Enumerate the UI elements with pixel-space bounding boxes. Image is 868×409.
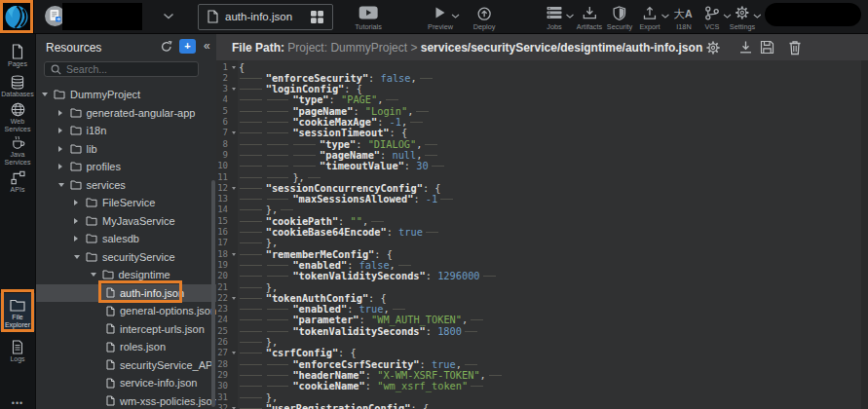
resources-panel: Resources + « Search... DummyProjectgene… <box>35 34 216 409</box>
sidebar-item-pages[interactable]: Pages <box>0 40 35 71</box>
fold-icon[interactable] <box>232 253 236 256</box>
file-icon <box>208 10 218 23</box>
tree-item-i18n[interactable]: i18n <box>36 122 216 140</box>
tree-item-securityService_API.json[interactable]: securityService_API.json <box>36 356 216 375</box>
i18n-icon: 大A <box>674 5 695 20</box>
project-chevron-down-icon[interactable] <box>163 13 174 19</box>
toolbar-i18n[interactable]: 大AI18N <box>674 5 695 31</box>
tree-item-wm-xss-policies.json[interactable]: wm-xss-policies.json <box>36 392 216 409</box>
tree-caret-icon[interactable] <box>58 128 70 133</box>
toolbar-jobs[interactable]: Jobs <box>547 5 563 31</box>
editor-save-icon[interactable] <box>760 40 774 55</box>
databases-icon <box>0 74 35 90</box>
tree-caret-icon[interactable] <box>74 218 86 224</box>
folder-icon <box>70 108 82 118</box>
tree-caret-icon[interactable] <box>74 255 86 259</box>
wavemaker-studio: auth-info.json TutorialsPreviewDeployJob… <box>0 0 868 409</box>
tree-caret-icon[interactable] <box>58 183 70 187</box>
svg-text:A: A <box>685 8 693 19</box>
code-editor[interactable]: 1{2"enforceSecurity": false,3"loginConfi… <box>216 60 868 409</box>
file-icon <box>106 306 115 316</box>
fold-icon[interactable] <box>232 88 236 91</box>
file-path-breadcrumb: File Path: Project: DummyProject > servi… <box>232 41 702 55</box>
tree-item-generated-angular-app[interactable]: generated-angular-app <box>36 104 216 123</box>
folder-icon <box>86 216 97 226</box>
editor-area: File Path: Project: DummyProject > servi… <box>216 34 868 409</box>
editor-download-icon[interactable] <box>738 40 753 55</box>
code-line-32: 32"userRegistrationConfig": { <box>216 403 868 409</box>
file-icon <box>106 323 115 334</box>
fold-icon[interactable] <box>232 187 236 190</box>
top-bar: auth-info.json TutorialsPreviewDeployJob… <box>0 0 868 34</box>
code-line-7: 7"sessionTimeout": { <box>216 128 868 138</box>
tree-item-DummyProject[interactable]: DummyProject <box>36 86 216 104</box>
toolbar-tutorials[interactable]: Tutorials <box>355 5 382 31</box>
tree-caret-icon[interactable] <box>74 236 86 242</box>
fold-icon[interactable] <box>232 352 236 354</box>
toolbar-artifacts[interactable]: Artifacts <box>577 5 602 31</box>
resources-header: Resources + « <box>36 34 216 59</box>
toolbar-settings[interactable]: Settings <box>730 5 755 31</box>
refresh-icon[interactable] <box>161 41 172 53</box>
open-file-tab[interactable]: auth-info.json <box>198 4 333 30</box>
toolbar-security[interactable]: Security <box>607 5 632 31</box>
java-services-icon <box>0 134 35 150</box>
tree-item-service-info.json[interactable]: service-info.json <box>36 374 216 392</box>
toolbar-preview[interactable]: Preview <box>428 5 453 31</box>
toolbar-export[interactable]: Export <box>639 5 660 31</box>
editor-settings-icon[interactable] <box>705 40 721 56</box>
fold-icon[interactable] <box>232 66 236 69</box>
folder-icon <box>86 234 97 243</box>
settings-chevron-icon <box>753 14 762 19</box>
folder-icon <box>54 90 65 99</box>
artifacts-icon <box>577 5 602 20</box>
svg-text:大: 大 <box>674 7 686 20</box>
editor-delete-icon[interactable] <box>788 40 802 56</box>
file-explorer-highlight <box>1 289 34 332</box>
sidebar-more-button[interactable]: ••• <box>0 398 35 408</box>
tree-caret-icon[interactable] <box>58 110 70 116</box>
editor-scrollbar[interactable] <box>861 60 868 409</box>
code-line-9: 9"pageName": null, <box>216 150 868 161</box>
tree-item-general-options.json[interactable]: general-options.json <box>36 302 216 320</box>
sidebar-item-logs[interactable]: Logs <box>0 335 35 366</box>
jobs-icon <box>547 5 563 20</box>
tree-item-services[interactable]: services <box>36 176 216 195</box>
tree-scrollbar[interactable] <box>211 180 215 407</box>
editor-header: File Path: Project: DummyProject > servi… <box>216 34 868 60</box>
tree-item-profiles[interactable]: profiles <box>36 158 216 176</box>
code-line-16: 16"cookieBase64Encode": true <box>216 227 868 238</box>
apis-icon <box>0 169 35 185</box>
tree-item-securityService[interactable]: securityService <box>36 248 216 267</box>
fold-icon[interactable] <box>232 297 236 300</box>
fold-icon[interactable] <box>232 131 236 134</box>
sidebar-item-apis[interactable]: APIs <box>0 166 35 197</box>
export-chevron-icon <box>660 14 669 19</box>
tree-item-MyJavaService[interactable]: MyJavaService <box>36 212 216 231</box>
toolbar-vcs[interactable]: VCS <box>704 5 720 31</box>
tree-item-FileService[interactable]: FileService <box>36 194 216 212</box>
tree-item-lib[interactable]: lib <box>36 140 216 159</box>
toolbar-deploy[interactable]: Deploy <box>473 5 496 31</box>
grid-icon[interactable] <box>310 10 324 24</box>
sidebar-item-databases[interactable]: Databases <box>0 70 35 101</box>
folder-icon <box>70 180 82 190</box>
file-tree: DummyProjectgenerated-angular-appi18nlib… <box>36 86 216 409</box>
deploy-icon <box>473 5 496 20</box>
tree-caret-icon[interactable] <box>42 93 54 96</box>
tree-item-salesdb[interactable]: salesdb <box>36 230 216 248</box>
search-input[interactable]: Search... <box>44 61 199 77</box>
collapse-panel-icon[interactable]: « <box>204 39 210 53</box>
tree-caret-icon[interactable] <box>74 200 86 205</box>
add-resource-button[interactable]: + <box>179 39 196 54</box>
sidebar-item-java-services[interactable]: JavaServices <box>0 130 35 168</box>
tree-caret-icon[interactable] <box>58 164 70 169</box>
tree-item-intercept-urls.json[interactable]: intercept-urls.json <box>36 320 216 339</box>
tree-caret-icon[interactable] <box>58 146 70 152</box>
pages-icon <box>0 44 35 59</box>
code-line-30: 30"cookieName": "wm_xsrf_token" <box>216 381 868 391</box>
tree-caret-icon[interactable] <box>91 273 102 277</box>
tree-item-roles.json[interactable]: roles.json <box>36 338 216 356</box>
folder-icon <box>86 198 97 207</box>
file-icon <box>106 342 115 353</box>
